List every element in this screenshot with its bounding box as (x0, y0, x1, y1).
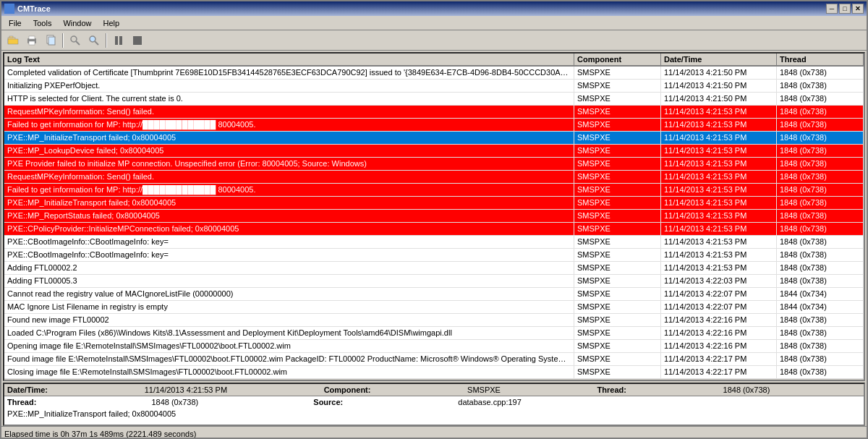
cell-component: SMSPXE (574, 158, 661, 170)
date-time-label: Date/Time: (7, 385, 139, 394)
table-row[interactable]: Found new image FTL00002SMSPXE11/14/2013… (4, 314, 864, 327)
detail-source-row: Thread: 1848 (0x738) Source: database.cp… (4, 396, 864, 408)
table-row[interactable]: PXE::MP_InitializeTransport failed; 0x80… (4, 132, 864, 145)
svg-point-10 (90, 36, 95, 42)
table-row[interactable]: Initializing PXEPerfObject.SMSPXE11/14/2… (4, 80, 864, 93)
table-row[interactable]: Failed to get information for MP: http:/… (4, 184, 864, 197)
table-row[interactable]: Opening image file E:\RemoteInstall\SMSI… (4, 340, 864, 353)
cell-thread: 1848 (0x738) (777, 314, 864, 326)
print-button[interactable] (23, 33, 41, 48)
copy-button[interactable] (42, 33, 59, 48)
table-row[interactable]: Failed to get information for MP: http:/… (4, 119, 864, 132)
cell-component: SMSPXE (574, 288, 661, 300)
cell-component: SMSPXE (574, 80, 661, 92)
svg-rect-14 (133, 36, 142, 45)
cell-text: Failed to get information for MP: http:/… (4, 184, 574, 196)
table-row[interactable]: PXE::CBootImageInfo::CBootImageInfo: key… (4, 249, 864, 262)
table-row[interactable]: Cannot read the registry value of MACIgn… (4, 288, 864, 301)
cell-component: SMSPXE (574, 223, 661, 235)
minimize-button[interactable]: ─ (826, 4, 838, 14)
svg-rect-1 (9, 36, 13, 38)
cell-datetime: 11/14/2013 4:22:17 PM (661, 353, 777, 365)
cell-thread: 1848 (0x738) (777, 171, 864, 183)
table-row[interactable]: Adding FTL00002.2SMSPXE11/14/2013 4:21:5… (4, 262, 864, 275)
cell-component: SMSPXE (574, 93, 661, 105)
cell-text: RequestMPKeyInformation: Send() failed. (4, 106, 574, 118)
cell-text: HTTP is selected for Client. The current… (4, 93, 574, 105)
status-bar: Elapsed time is 0h 37m 1s 489ms (2221.48… (1, 426, 867, 439)
table-row[interactable]: Completed validation of Certificate [Thu… (4, 67, 864, 80)
pause-button[interactable] (110, 33, 127, 48)
table-row[interactable]: Closing image file E:\RemoteInstall\SMSI… (4, 366, 864, 379)
table-row[interactable]: PXE::MP_InitializeTransport failed; 0x80… (4, 197, 864, 210)
cell-thread: 1848 (0x738) (777, 132, 864, 144)
cell-datetime: 11/14/2013 4:21:53 PM (661, 262, 777, 274)
stop-button[interactable] (129, 33, 146, 48)
stop-icon (132, 35, 143, 46)
cell-datetime: 11/14/2013 4:22:07 PM (661, 301, 777, 313)
svg-rect-13 (119, 36, 122, 45)
table-row[interactable]: PXE::CPolicyProvider::InitializeMPConnec… (4, 223, 864, 236)
table-header: Log Text Component Date/Time Thread (4, 54, 864, 67)
cell-component: SMSPXE (574, 327, 661, 339)
table-row[interactable]: Adding FTL00005.3SMSPXE11/14/2013 4:22:0… (4, 275, 864, 288)
svg-rect-12 (115, 36, 118, 45)
menu-file[interactable]: File (3, 17, 27, 29)
find-button[interactable] (67, 33, 84, 48)
cell-text: PXE::MP_InitializeTransport failed; 0x80… (4, 197, 574, 209)
cell-text: Loaded C:\Program Files (x86)\Windows Ki… (4, 327, 574, 339)
open-button[interactable] (4, 33, 22, 48)
cell-thread: 1848 (0x738) (777, 197, 864, 209)
table-row[interactable]: MAC Ignore List Filename in registry is … (4, 301, 864, 314)
cell-component: SMSPXE (574, 184, 661, 196)
cell-thread: 1848 (0x738) (777, 249, 864, 261)
open-icon (7, 35, 19, 46)
cell-datetime: 11/14/2013 4:21:53 PM (661, 249, 777, 261)
menu-window[interactable]: Window (57, 17, 97, 29)
cell-component: SMSPXE (574, 171, 661, 183)
header-date-time[interactable]: Date/Time (661, 54, 777, 65)
cell-datetime: 11/14/2013 4:21:53 PM (661, 197, 777, 209)
cell-datetime: 11/14/2013 4:21:50 PM (661, 80, 777, 92)
cell-text: Completed validation of Certificate [Thu… (4, 67, 574, 79)
cell-datetime: 11/14/2013 4:21:53 PM (661, 119, 777, 131)
cell-text: PXE::CBootImageInfo::CBootImageInfo: key… (4, 236, 574, 248)
table-row[interactable]: RequestMPKeyInformation: Send() failed.S… (4, 106, 864, 119)
menu-help[interactable]: Help (98, 17, 126, 29)
header-thread[interactable]: Thread (777, 54, 864, 65)
table-row[interactable]: Loaded C:\Program Files (x86)\Windows Ki… (4, 327, 864, 340)
table-row[interactable]: HTTP is selected for Client. The current… (4, 93, 864, 106)
cell-thread: 1848 (0x738) (777, 80, 864, 92)
table-row[interactable]: PXE Provider failed to initialize MP con… (4, 158, 864, 171)
close-button[interactable]: ✕ (852, 4, 864, 14)
table-row[interactable]: RequestMPKeyInformation: Send() failed.S… (4, 171, 864, 184)
cell-datetime: 11/14/2013 4:22:16 PM (661, 327, 777, 339)
svg-point-8 (71, 36, 77, 42)
cell-component: SMSPXE (574, 249, 661, 261)
cell-datetime: 11/14/2013 4:21:53 PM (661, 145, 777, 157)
cell-thread: 1848 (0x738) (777, 106, 864, 118)
cell-text: Found image file E:\RemoteInstall\SMSIma… (4, 353, 574, 365)
cell-thread: 1848 (0x738) (777, 67, 864, 79)
header-log-text[interactable]: Log Text (4, 54, 574, 65)
table-row[interactable]: PXE::MP_ReportStatus failed; 0x80004005S… (4, 210, 864, 223)
thread-label2: Thread: (7, 398, 145, 406)
menu-tools[interactable]: Tools (27, 17, 58, 29)
detail-message: PXE::MP_InitializeTransport failed; 0x80… (4, 408, 864, 425)
cell-datetime: 11/14/2013 4:22:03 PM (661, 275, 777, 287)
find2-button[interactable] (85, 33, 103, 48)
cell-component: SMSPXE (574, 197, 661, 209)
table-row[interactable]: Found image file E:\RemoteInstall\SMSIma… (4, 353, 864, 366)
header-component[interactable]: Component (574, 54, 661, 65)
copy-icon (45, 35, 56, 46)
cell-thread: 1848 (0x738) (777, 327, 864, 339)
table-row[interactable]: PXE::MP_LookupDevice failed; 0x80004005S… (4, 145, 864, 158)
svg-rect-4 (29, 36, 35, 39)
cell-thread: 1848 (0x738) (777, 210, 864, 222)
maximize-button[interactable]: □ (839, 4, 851, 14)
cell-component: SMSPXE (574, 340, 661, 352)
table-row[interactable]: PXE::CBootImageInfo::CBootImageInfo: key… (4, 236, 864, 249)
table-body[interactable]: Completed validation of Certificate [Thu… (4, 67, 864, 380)
cell-component: SMSPXE (574, 366, 661, 378)
cell-datetime: 11/14/2013 4:21:53 PM (661, 158, 777, 170)
